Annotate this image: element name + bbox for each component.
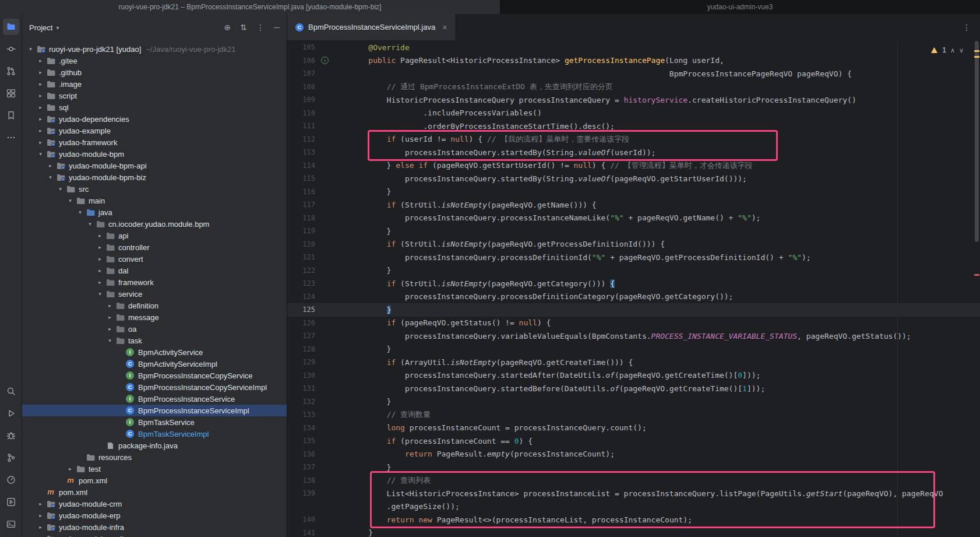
next-problem-icon[interactable]: ∨ [959,47,964,54]
code-line-107[interactable]: 107 BpmProcessInstancePageReqVO pageReqV… [287,67,980,80]
tree-item-resources[interactable]: resources [22,451,287,463]
tree-item-bpmprocessinstanceserviceimpl[interactable]: CBpmProcessInstanceServiceImpl [22,405,287,416]
line-number[interactable]: 106 [287,57,315,65]
tree-item-bpmprocessinstancecopyserviceimpl[interactable]: CBpmProcessInstanceCopyServiceImpl [22,381,287,393]
code-line-136[interactable]: 136 return PageResult.empty(processInsta… [287,448,980,461]
tree-item-package-info.java[interactable]: package-info.java [22,440,287,451]
tree-item-task[interactable]: ▾task [22,335,287,346]
code-line-106[interactable]: 106↑ public PageResult<HistoricProcessIn… [287,54,980,68]
search-icon[interactable] [3,383,19,399]
code-line-130[interactable]: 130 processInstanceQuery.startedAfter(Da… [287,369,980,382]
chevron-right-icon[interactable]: ▸ [105,314,115,320]
chevron-right-icon[interactable]: ▸ [95,233,105,238]
git-icon[interactable] [3,450,19,466]
chevron-right-icon[interactable]: ▸ [36,139,45,145]
code-line-117[interactable]: 117 if (StrUtil.isNotEmpty(pageReqVO.get… [287,198,980,212]
line-number[interactable]: 137 [287,463,315,471]
chevron-right-icon[interactable]: ▸ [36,81,45,87]
overrides-method-icon[interactable]: ↑ [321,57,329,64]
chevron-right-icon[interactable]: ▸ [45,163,55,169]
line-number[interactable]: 118 [287,214,315,222]
tree-item-.image[interactable]: ▸.image [22,78,287,90]
line-number[interactable]: 133 [287,410,315,419]
line-number[interactable]: 116 [287,188,315,196]
line-number[interactable]: 107 [287,69,315,78]
code-line-126[interactable]: 126 if (pageReqVO.getStatus() != null) { [287,317,980,330]
locate-icon[interactable]: ⊕ [224,23,231,32]
tree-item-pom.xml[interactable]: mpom.xml [22,486,287,498]
chevron-right-icon[interactable]: ▸ [36,513,45,518]
code-line-124[interactable]: 124 processInstanceQuery.processDefiniti… [287,290,980,304]
code-line-114[interactable]: 114 } else if (pageReqVO.getStartUserId(… [287,159,980,173]
project-panel-title[interactable]: Project [29,23,52,32]
chevron-right-icon[interactable]: ▸ [95,279,105,285]
line-number[interactable]: 114 [287,162,315,170]
tree-item-yudao-module-bpm-api[interactable]: ▸yudao-module-bpm-api [22,160,287,171]
chevron-right-icon[interactable]: ▸ [36,128,45,134]
code-line-109[interactable]: 109 HistoricProcessInstanceQuery process… [287,93,980,107]
chevron-down-icon[interactable]: ▾ [26,46,36,52]
chevron-right-icon[interactable]: ▸ [36,69,45,75]
code-line-wrap[interactable]: .getPageSize()); [287,500,980,514]
line-number[interactable]: 109 [287,96,315,104]
commit-icon[interactable] [3,41,19,57]
services-icon[interactable] [3,494,19,510]
tree-item-yudao-module-bpm-biz[interactable]: ▾yudao-module-bpm-biz [22,171,287,183]
line-number[interactable]: 122 [287,266,315,275]
tree-item-.github[interactable]: ▸.github [22,66,287,78]
line-number[interactable]: 105 [287,43,315,51]
chevron-right-icon[interactable]: ▸ [36,524,45,530]
code-line-113[interactable]: 113 processInstanceQuery.startedBy(Strin… [287,146,980,159]
chevron-right-icon[interactable]: ▸ [36,501,45,507]
code-line-125[interactable]: 125 } [287,303,980,317]
code-line-110[interactable]: 110 .includeProcessVariables() [287,107,980,120]
tree-item-yudao-dependencies[interactable]: ▸yudao-dependencies [22,113,287,125]
chevron-down-icon[interactable]: ▾ [85,221,95,227]
tree-item-yudao-example[interactable]: ▸yudao-example [22,125,287,136]
structure-icon[interactable] [3,85,19,101]
tree-item-bpmprocessinstancecopyservice[interactable]: IBpmProcessInstanceCopyService [22,370,287,381]
code-line-134[interactable]: 134 long processInstanceCount = processI… [287,422,980,435]
chevron-down-icon[interactable]: ▾ [75,209,85,215]
line-number[interactable]: 123 [287,279,315,287]
line-number[interactable]: 121 [287,253,315,261]
tree-item-java[interactable]: ▾java [22,206,287,218]
tree-item-bpmtaskservice[interactable]: IBpmTaskService [22,416,287,428]
line-number[interactable]: 130 [287,371,315,380]
line-number[interactable]: 119 [287,227,315,235]
code-line-123[interactable]: 123 if (StrUtil.isNotEmpty(pageReqVO.get… [287,277,980,290]
chevron-down-icon[interactable]: ▾ [55,186,65,192]
line-number[interactable]: 129 [287,358,315,366]
chevron-right-icon[interactable]: ▸ [95,268,105,273]
chevron-right-icon[interactable]: ▸ [95,256,105,262]
tree-item-bpmprocessinstanceservice[interactable]: IBpmProcessInstanceService [22,393,287,405]
chevron-right-icon[interactable]: ▸ [105,326,115,332]
line-number[interactable]: 113 [287,148,315,156]
code-line-139[interactable]: 139 List<HistoricProcessInstance> proces… [287,487,980,500]
tree-item-script[interactable]: ▸script [22,90,287,101]
inspections-widget[interactable]: 1 ∧ ∨ [930,46,964,54]
tree-item-main[interactable]: ▾main [22,195,287,206]
line-number[interactable]: 111 [287,122,315,130]
code-line-129[interactable]: 129 if (ArrayUtil.isNotEmpty(pageReqVO.g… [287,356,980,369]
tree-item-yudao-framework[interactable]: ▸yudao-framework [22,136,287,148]
code-line-118[interactable]: 118 processInstanceQuery.processInstance… [287,212,980,225]
line-number[interactable]: 126 [287,319,315,327]
tree-item-message[interactable]: ▸message [22,311,287,323]
tree-item-service[interactable]: ▾service [22,288,287,300]
project-icon[interactable] [3,19,19,35]
hide-icon[interactable]: ─ [274,23,280,32]
line-number[interactable]: 134 [287,424,315,432]
line-number[interactable]: 115 [287,174,315,182]
more-tools-icon[interactable] [3,129,19,146]
code-line-115[interactable]: 115 processInstanceQuery.startedBy(Strin… [287,172,980,185]
more-options-icon[interactable]: ⋮ [256,23,265,32]
line-number[interactable]: 127 [287,332,315,340]
tree-item-controller[interactable]: ▸controller [22,241,287,253]
code-line-121[interactable]: 121 processInstanceQuery.processDefiniti… [287,251,980,264]
line-number[interactable]: 112 [287,135,315,143]
chevron-right-icon[interactable]: ▸ [105,303,115,308]
tree-item-yudao-module-crm[interactable]: ▸yudao-module-crm [22,498,287,510]
tree-item-convert[interactable]: ▸convert [22,253,287,265]
tab-options-kebab-icon[interactable]: ⋮ [953,23,980,32]
